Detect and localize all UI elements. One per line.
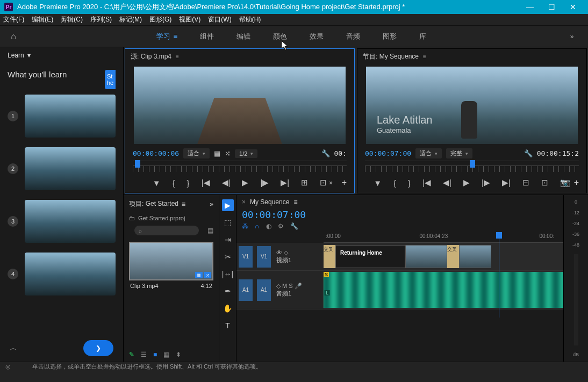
lesson-3[interactable]: 3 xyxy=(8,200,116,243)
type-tool[interactable]: T xyxy=(222,320,234,331)
icon-view-icon[interactable]: ■ xyxy=(153,351,157,358)
project-search[interactable]: ⌕ xyxy=(134,226,199,235)
program-zoom[interactable]: 适合▾ xyxy=(415,148,442,158)
workspace-graphics[interactable]: 图形 xyxy=(383,32,397,41)
timeline-wrench-icon[interactable]: 🔧 xyxy=(290,222,298,230)
fx-badge[interactable]: fx xyxy=(324,272,329,277)
source-settings-icon[interactable]: 🔧 xyxy=(321,149,330,157)
video-clip[interactable] xyxy=(405,245,447,268)
transition-2[interactable]: 交叉 xyxy=(447,245,459,268)
mute-button[interactable]: M xyxy=(282,283,287,289)
selection-tool[interactable]: ▶ xyxy=(222,199,234,211)
prog-go-out-icon[interactable]: ▶| xyxy=(502,178,511,188)
add-marker-icon[interactable]: ▼ xyxy=(153,178,161,188)
overwrite-icon[interactable]: ⊡ xyxy=(320,178,327,188)
step-forward-icon[interactable]: |▶ xyxy=(260,178,269,188)
prog-step-back-icon[interactable]: ◀| xyxy=(443,178,451,188)
track-select-tool[interactable]: ⬚ xyxy=(222,217,234,228)
freeform-icon[interactable]: ✎ xyxy=(129,351,134,358)
program-timecode[interactable]: 00:00:07:00 xyxy=(365,149,411,157)
program-scrubber[interactable] xyxy=(365,161,579,175)
go-to-out-icon[interactable]: ▶| xyxy=(281,178,289,188)
solo-button[interactable]: S xyxy=(289,283,292,289)
learn-back[interactable]: ︿ xyxy=(10,343,17,353)
lesson-2[interactable]: 2 xyxy=(8,147,116,190)
hamburger-icon[interactable]: ≡ xyxy=(174,32,178,40)
workspace-effects[interactable]: 效果 xyxy=(310,32,324,41)
button-editor-icon[interactable]: + xyxy=(342,178,347,188)
list-view-icon[interactable]: ☰ xyxy=(141,351,147,358)
learn-panel-tab[interactable]: Learn▾ xyxy=(0,47,123,63)
project-overflow-icon[interactable]: » xyxy=(210,200,213,208)
source-monitor[interactable] xyxy=(134,67,346,144)
pen-tool[interactable]: ✒ xyxy=(222,285,234,297)
prog-in-icon[interactable]: { xyxy=(393,178,396,188)
marker-span-icon[interactable]: ◐ xyxy=(266,222,271,230)
transition-1[interactable]: 交叉 xyxy=(324,245,335,268)
step-back-icon[interactable]: ◀| xyxy=(222,178,231,188)
source-timecode[interactable]: 00:00:00:06 xyxy=(133,149,179,157)
workspace-assembly[interactable]: 组件 xyxy=(200,32,214,41)
menu-edit[interactable]: 编辑(E) xyxy=(32,15,53,24)
menu-clip[interactable]: 剪辑(C) xyxy=(61,15,83,24)
coach-bubble[interactable]: St he xyxy=(105,70,116,89)
source-zoom[interactable]: 适合▾ xyxy=(183,148,210,158)
razor-tool[interactable]: ✂ xyxy=(222,251,234,263)
a1-target-patch[interactable]: A1 xyxy=(257,279,271,301)
transport-overflow-icon[interactable]: » xyxy=(329,179,333,186)
menu-help[interactable]: 帮助(H) xyxy=(239,15,261,24)
lesson-1[interactable]: 1 xyxy=(8,95,116,138)
workspace-overflow[interactable]: » xyxy=(556,33,588,40)
mark-in-icon[interactable]: { xyxy=(173,178,175,188)
snap-icon[interactable]: ⁂ xyxy=(242,222,248,230)
prog-out-icon[interactable]: } xyxy=(408,178,411,188)
hand-tool[interactable]: ✋ xyxy=(222,302,234,314)
program-quality[interactable]: 完整▾ xyxy=(446,148,472,158)
lock-icon[interactable]: ◇ xyxy=(276,283,281,289)
audio-clip[interactable]: fx L xyxy=(324,272,563,308)
slip-tool[interactable]: |↔| xyxy=(222,268,234,280)
go-to-in-icon[interactable]: |◀ xyxy=(202,178,210,188)
close-button[interactable]: ✕ xyxy=(562,0,584,14)
voiceover-icon[interactable]: 🎤 xyxy=(295,283,302,289)
prog-overflow-icon[interactable]: » xyxy=(561,179,565,186)
maximize-button[interactable]: ☐ xyxy=(541,0,562,14)
source-panel-title[interactable]: 源: Clip 3.mp4 xyxy=(131,52,171,61)
project-clip[interactable]: ▦⤭ Clip 3.mp44:12 xyxy=(129,242,213,291)
insert-icon[interactable]: ⊞ xyxy=(301,178,308,188)
lock-icon[interactable]: ◇ xyxy=(284,249,288,256)
eye-icon[interactable]: 👁 xyxy=(276,249,282,256)
home-button[interactable]: ⌂ xyxy=(0,32,27,41)
menu-view[interactable]: 视图(V) xyxy=(179,15,200,24)
prog-play-icon[interactable]: ▶ xyxy=(463,178,470,188)
prog-go-in-icon[interactable]: |◀ xyxy=(422,178,431,188)
extract-icon[interactable]: ⊡ xyxy=(541,178,548,188)
freeform-view-icon[interactable]: ▦ xyxy=(163,351,169,358)
source-navigate-icon[interactable]: ⤭ xyxy=(225,149,231,157)
source-scrubber[interactable] xyxy=(133,161,347,175)
project-panel-title[interactable]: 项目: Get Started xyxy=(129,199,178,208)
prog-marker-icon[interactable]: ▼ xyxy=(374,178,382,188)
minimize-button[interactable]: — xyxy=(519,0,541,14)
panel-menu-icon[interactable]: ≡ xyxy=(423,54,426,60)
workspace-audio[interactable]: 音频 xyxy=(346,32,360,41)
workspace-learn[interactable]: 学习≡ xyxy=(156,32,178,41)
lesson-4[interactable]: 4 xyxy=(8,253,116,295)
learn-next[interactable]: ❯ xyxy=(83,340,113,356)
playhead[interactable] xyxy=(499,232,499,318)
a1-source-patch[interactable]: A1 xyxy=(239,279,253,301)
workspace-color[interactable]: 颜色 xyxy=(273,32,287,41)
mark-out-icon[interactable]: } xyxy=(187,178,190,188)
timeline-ruler[interactable]: :00:00 00:00:04:23 00:00: xyxy=(324,232,563,243)
link-icon[interactable]: ∩ xyxy=(255,222,260,230)
audio-track-1[interactable]: A1 A1 ◇ M S 🎤 音频1 fx L xyxy=(236,271,563,309)
sort-icon[interactable]: ⬍ xyxy=(176,351,181,358)
menu-marker[interactable]: 标记(M) xyxy=(119,15,142,24)
menu-file[interactable]: 文件(F) xyxy=(3,15,24,24)
timeline-timecode[interactable]: 00:00:07:00 xyxy=(242,209,306,220)
menu-graphics[interactable]: 图形(G) xyxy=(149,15,171,24)
program-settings-icon[interactable]: 🔧 xyxy=(524,149,533,157)
panel-menu-icon[interactable]: ≡ xyxy=(176,54,179,60)
lift-icon[interactable]: ⊟ xyxy=(522,178,529,188)
sequence-tab[interactable]: My Sequence xyxy=(250,198,289,206)
